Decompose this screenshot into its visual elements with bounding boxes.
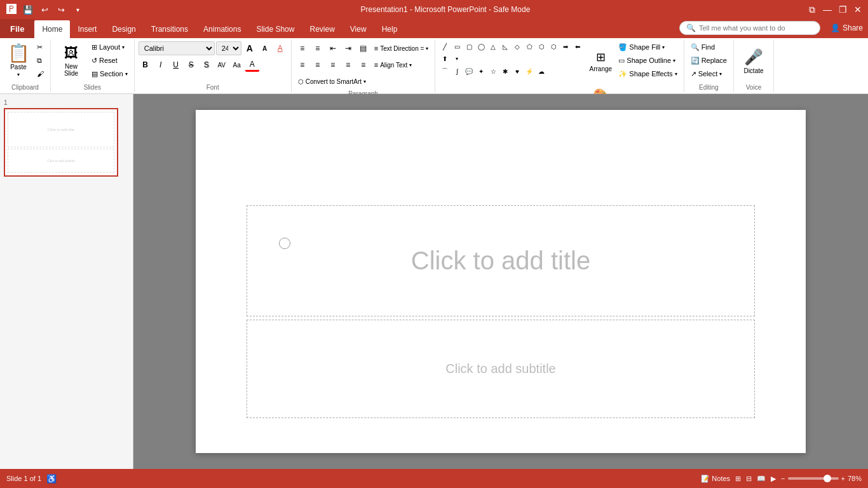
shape-rect[interactable]: ▭ — [451, 41, 463, 52]
align-center-btn[interactable]: ≡ — [311, 58, 325, 72]
tab-transitions[interactable]: Transitions — [144, 20, 196, 38]
close-btn[interactable]: ✕ — [853, 4, 863, 15]
tab-review[interactable]: Review — [302, 20, 342, 38]
clear-formatting-btn[interactable]: A — [273, 41, 287, 55]
save-quick-btn[interactable]: 💾 — [22, 3, 34, 16]
shape-arrow-up[interactable]: ⬆ — [439, 53, 451, 64]
font-color-btn[interactable]: A — [245, 58, 259, 72]
subtitle-placeholder[interactable]: Click to add subtitle — [247, 320, 755, 418]
section-button[interactable]: ▤ Section ▾ — [89, 67, 130, 80]
shape-cloud[interactable]: ☁ — [536, 65, 547, 77]
replace-button[interactable]: 🔄 Replace — [688, 54, 729, 67]
shape-freeform[interactable]: ∫ — [451, 65, 463, 77]
change-case-btn[interactable]: Aa — [230, 58, 244, 72]
shape-lightning[interactable]: ⚡ — [524, 65, 535, 77]
format-painter-button[interactable]: 🖌 — [34, 67, 46, 80]
minimize-btn[interactable]: — — [822, 4, 832, 15]
customize-quick-btn[interactable]: ▾ — [71, 3, 84, 16]
increase-indent-btn[interactable]: ⇥ — [341, 41, 355, 55]
shape-effects-btn[interactable]: ✨ Shape Effects ▾ — [616, 67, 679, 80]
underline-button[interactable]: U — [169, 58, 183, 72]
cut-button[interactable]: ✂ ✂ — [34, 41, 46, 53]
search-box[interactable]: 🔍 — [679, 21, 820, 35]
shape-diamond[interactable]: ◇ — [512, 41, 523, 52]
title-placeholder[interactable]: Click to add title — [247, 205, 755, 316]
shape-rounded-rect[interactable]: ▢ — [463, 41, 475, 52]
view-normal-btn[interactable]: ⊞ — [735, 475, 741, 483]
zoom-out-btn[interactable]: − — [781, 475, 785, 482]
bold-button[interactable]: B — [139, 58, 153, 72]
strikethrough-button[interactable]: S — [184, 58, 198, 72]
tab-insert[interactable]: Insert — [70, 20, 104, 38]
shape-hexagon[interactable]: ⬡ — [536, 41, 547, 52]
shape-star5[interactable]: ☆ — [487, 65, 499, 77]
zoom-level[interactable]: 78% — [848, 475, 862, 482]
align-text-btn[interactable]: ≡ Align Text ▾ — [372, 58, 415, 71]
view-reading-btn[interactable]: 📖 — [757, 475, 766, 483]
numbering-btn[interactable]: ≡ — [311, 41, 325, 55]
new-slide-button[interactable]: 🖼 New Slide — [55, 41, 88, 81]
font-size-selector[interactable]: 24 — [216, 41, 241, 55]
columns-btn[interactable]: ▤ — [356, 41, 370, 55]
select-button[interactable]: ↗ Select ▾ — [688, 67, 729, 80]
shape-triangle[interactable]: △ — [487, 41, 499, 52]
shape-curve[interactable]: ⌒ — [439, 65, 451, 77]
shape-more[interactable]: ▾ — [451, 53, 463, 64]
canvas-area[interactable]: Click to add title Click to add subtitle — [133, 94, 868, 469]
shrink-font-btn[interactable]: A — [258, 41, 272, 55]
tab-slideshow[interactable]: Slide Show — [248, 20, 302, 38]
tab-help[interactable]: Help — [374, 20, 405, 38]
shadow-button[interactable]: S — [200, 58, 214, 72]
zoom-slider[interactable] — [788, 477, 839, 480]
zoom-in-btn[interactable]: + — [841, 475, 845, 482]
reset-button[interactable]: ↺ Reset — [89, 54, 130, 67]
box-restore-btn[interactable]: ⧉ — [807, 4, 817, 15]
tab-design[interactable]: Design — [104, 20, 143, 38]
redo-quick-btn[interactable]: ↪ — [55, 3, 67, 16]
shape-star4[interactable]: ✦ — [475, 65, 487, 77]
shape-star6[interactable]: ✱ — [499, 65, 511, 77]
shape-oval[interactable]: ◯ — [475, 41, 487, 52]
grow-font-btn[interactable]: A — [243, 41, 257, 55]
arrange-button[interactable]: ⊞ Arrange — [587, 41, 614, 81]
italic-button[interactable]: I — [154, 58, 168, 72]
align-right-btn[interactable]: ≡ — [326, 58, 340, 72]
convert-smartart-btn[interactable]: ⬡ Convert to SmartArt ▾ — [295, 75, 369, 88]
shape-arrow-right[interactable]: ➡ — [560, 41, 571, 52]
shape-outline-btn[interactable]: ▭ Shape Outline ▾ — [616, 54, 679, 67]
tab-animations[interactable]: Animations — [196, 20, 248, 38]
char-spacing-btn[interactable]: AV — [215, 58, 229, 72]
align-left-btn[interactable]: ≡ — [295, 58, 309, 72]
accessibility-icon[interactable]: ♿ — [46, 474, 57, 484]
shape-pentagon[interactable]: ⬠ — [524, 41, 535, 52]
shape-right-triangle[interactable]: ◺ — [499, 41, 511, 52]
view-slide-sorter-btn[interactable]: ⊟ — [746, 475, 752, 483]
copy-button[interactable]: ⧉ — [34, 54, 46, 67]
text-direction-btn[interactable]: ≡ Text Direction = ▾ — [372, 42, 431, 55]
share-button[interactable]: 👤 Share — [825, 24, 868, 32]
slide-thumbnail[interactable]: Click to add title Click to add subtitle — [4, 108, 118, 177]
tab-view[interactable]: View — [342, 20, 374, 38]
search-input[interactable] — [699, 24, 813, 32]
tab-home[interactable]: Home — [34, 20, 70, 38]
font-selector[interactable]: Calibri — [139, 41, 215, 55]
layout-button[interactable]: ⊞ Layout ▾ — [89, 41, 130, 53]
shape-heart[interactable]: ♥ — [512, 65, 523, 77]
decrease-indent-btn[interactable]: ⇤ — [326, 41, 340, 55]
tab-file[interactable]: File — [0, 19, 34, 38]
bullets-btn[interactable]: ≡ — [295, 41, 309, 55]
shape-line[interactable]: ╱ — [439, 41, 451, 52]
dictate-button[interactable]: 🎤 Dictate — [738, 41, 770, 81]
shape-fill-btn[interactable]: 🪣 Shape Fill ▾ — [616, 41, 679, 53]
shape-octagon[interactable]: ⬡ — [548, 41, 559, 52]
notes-button[interactable]: 📝 Notes — [701, 475, 730, 483]
shape-arrow-left[interactable]: ⬅ — [572, 41, 583, 52]
undo-quick-btn[interactable]: ↩ — [38, 3, 51, 16]
find-button[interactable]: 🔍 Find — [688, 41, 729, 53]
paste-button[interactable]: 📋 Paste ▾ — [4, 41, 33, 81]
shape-callout[interactable]: 💬 — [463, 65, 475, 77]
restore-btn[interactable]: ❐ — [837, 4, 848, 15]
line-spacing-btn[interactable]: ≡ — [356, 58, 370, 72]
view-slideshow-btn[interactable]: ▶ — [771, 475, 776, 483]
justify-btn[interactable]: ≡ — [341, 58, 355, 72]
